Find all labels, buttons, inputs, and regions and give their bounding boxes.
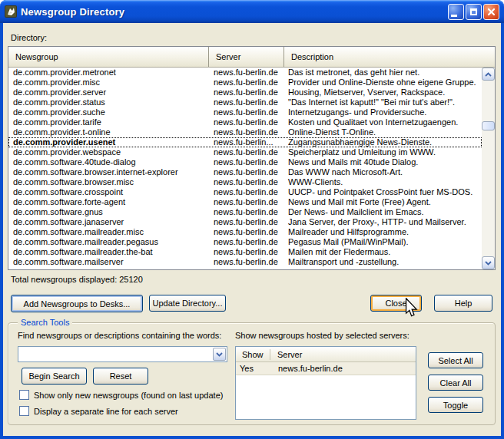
table-cell: news.fu-berlin.de — [209, 87, 284, 97]
clear-all-button[interactable]: Clear All — [428, 375, 483, 391]
server-list-header: Show Server — [236, 347, 416, 362]
table-cell: news.fu-berlin.de — [209, 147, 284, 157]
find-label: Find newsgroups or descriptions containi… — [18, 331, 221, 340]
close-button[interactable]: Close — [370, 295, 422, 312]
close-icon[interactable] — [483, 4, 499, 20]
combo-dropdown-icon[interactable] — [213, 348, 226, 361]
begin-search-button[interactable]: Begin Search — [22, 368, 87, 385]
table-row[interactable]: de.comm.software.forte-agentnews.fu-berl… — [8, 197, 482, 207]
table-row[interactable]: de.comm.software.janaservernews.fu-berli… — [8, 217, 482, 227]
reset-button[interactable]: Reset — [93, 368, 148, 385]
table-row[interactable]: de.comm.provider.servernews.fu-berlin.de… — [8, 87, 482, 97]
table-row[interactable]: de.comm.provider.miscnews.fu-berlin.dePr… — [8, 78, 482, 87]
table-cell: news.fu-berlin... — [209, 137, 284, 147]
table-row[interactable]: de.comm.software.mailservernews.fu-berli… — [8, 257, 482, 267]
table-cell: news.fu-berlin.de — [209, 197, 284, 207]
checkbox-box[interactable] — [19, 390, 29, 400]
table-row[interactable]: de.comm.software.40tude-dialognews.fu-be… — [8, 157, 482, 167]
table-cell: de.comm.software.mailreader.misc — [8, 227, 209, 237]
show-new-newsgroups-checkbox[interactable]: Show only new newsgroups (found on last … — [19, 390, 223, 400]
toggle-button[interactable]: Toggle — [428, 397, 483, 413]
table-cell: Zugangsunabhaengige News-Dienste. — [284, 137, 482, 147]
column-header-newsgroup[interactable]: Newsgroup — [8, 47, 209, 67]
table-cell: news.fu-berlin.de — [209, 207, 284, 217]
table-cell: UUCP- und Pointpaket CrossPoint fuer MS-… — [284, 187, 482, 197]
scroll-up-icon[interactable] — [482, 68, 495, 81]
table-cell: de.comm.software.janaserver — [8, 217, 209, 227]
table-cell: de.comm.provider.tarife — [8, 117, 209, 127]
table-cell: de.comm.provider.webspace — [8, 147, 209, 157]
table-cell: news.fu-berlin.de — [209, 187, 284, 197]
titlebar[interactable]: Newsgroup Directory — [0, 0, 504, 23]
table-cell: de.comm.software.40tude-dialog — [8, 157, 209, 167]
maximize-glyph — [470, 8, 477, 15]
scroll-down-icon[interactable] — [482, 256, 495, 269]
newsgroup-directory-window: Newsgroup Directory Directory: Newsgroup… — [0, 0, 504, 439]
table-cell: WWW-Clients. — [284, 177, 482, 187]
scrollbar-thumb[interactable] — [482, 121, 495, 130]
table-cell: news.fu-berlin.de — [209, 237, 284, 247]
table-row[interactable]: de.comm.provider.t-onlinenews.fu-berlin.… — [8, 127, 482, 137]
table-row[interactable]: de.comm.provider.webspacenews.fu-berlin.… — [8, 147, 482, 157]
table-cell: Das ist metronet, das geht hier net. — [284, 68, 482, 78]
table-cell: Jana Server, der Proxy-, HTTP- und Mails… — [284, 217, 482, 227]
table-cell: Online-Dienst T-Online. — [284, 127, 482, 137]
checkbox-box[interactable] — [19, 406, 29, 416]
table-cell: "Das Internet ist kaputt!" "Bei mir tut'… — [284, 97, 482, 107]
dialog-client-area: Directory: Newsgroup Server Description … — [3, 23, 501, 436]
table-cell: de.comm.software.crosspoint — [8, 187, 209, 197]
find-combobox[interactable] — [18, 346, 227, 362]
server-rows: Yesnews.fu-berlin.de — [236, 362, 416, 375]
table-cell: news.fu-berlin.de — [209, 167, 284, 177]
table-cell: de.comm.software.browser.misc — [8, 177, 209, 187]
select-all-button[interactable]: Select All — [428, 352, 483, 368]
close-x-glyph — [487, 8, 496, 16]
table-row[interactable]: de.comm.software.browser.internet-explor… — [8, 167, 482, 177]
separate-line-checkbox[interactable]: Display a separate line for each server — [19, 406, 178, 416]
table-cell: de.comm.software.mailreader.pegasus — [8, 237, 209, 247]
table-cell: Speicherplatz und Umleitung im WWW. — [284, 147, 482, 157]
server-cell: news.fu-berlin.de — [270, 362, 416, 375]
window-controls — [448, 3, 499, 20]
column-header-show[interactable]: Show — [236, 349, 270, 360]
column-header-server2[interactable]: Server — [270, 350, 416, 359]
table-row[interactable]: de.comm.software.browser.miscnews.fu-ber… — [8, 177, 482, 187]
table-row[interactable]: de.comm.provider.tarifenews.fu-berlin.de… — [8, 117, 482, 127]
newsgroup-table: Newsgroup Server Description de.comm.pro… — [8, 46, 496, 270]
table-row[interactable]: de.comm.software.crosspointnews.fu-berli… — [8, 187, 482, 197]
table-cell: news.fu-berlin.de — [209, 247, 284, 257]
column-header-server[interactable]: Server — [209, 47, 284, 67]
checkbox-label: Display a separate line for each server — [34, 407, 178, 416]
table-cell: de.comm.provider.metronet — [8, 68, 209, 78]
maximize-icon[interactable] — [466, 4, 482, 20]
find-input[interactable] — [18, 347, 212, 361]
table-cell: news.fu-berlin.de — [209, 107, 284, 117]
table-row[interactable]: de.comm.provider.statusnews.fu-berlin.de… — [8, 97, 482, 107]
search-tools-title: Search Tools — [18, 318, 72, 327]
vertical-scrollbar[interactable] — [482, 68, 495, 269]
table-cell: news.fu-berlin.de — [209, 257, 284, 267]
table-row[interactable]: de.comm.software.mailreader.miscnews.fu-… — [8, 227, 482, 237]
table-row[interactable]: de.comm.software.mailreader.pegasusnews.… — [8, 237, 482, 247]
server-row[interactable]: Yesnews.fu-berlin.de — [236, 362, 416, 375]
update-directory-button[interactable]: Update Directory... — [149, 295, 226, 312]
table-cell: de.comm.software.forte-agent — [8, 197, 209, 207]
table-cell: Kosten und Qualitaet von Internetzugaeng… — [284, 117, 482, 127]
table-cell: news.fu-berlin.de — [209, 127, 284, 137]
column-header-description[interactable]: Description — [284, 47, 495, 67]
minimize-icon[interactable] — [448, 4, 464, 20]
table-row[interactable]: de.comm.software.gnusnews.fu-berlin.deDe… — [8, 207, 482, 217]
table-cell: news.fu-berlin.de — [209, 68, 284, 78]
table-cell: news.fu-berlin.de — [209, 217, 284, 227]
table-row[interactable]: de.comm.software.mailreader.the-batnews.… — [8, 247, 482, 257]
table-row[interactable]: de.comm.provider.usenetnews.fu-berlin...… — [8, 137, 482, 147]
server-list: Show Server Yesnews.fu-berlin.de — [235, 346, 416, 420]
servers-label: Show newsgroups hosted by selected serve… — [235, 331, 410, 340]
table-cell: Housing, Mietserver, Vserver, Rackspace. — [284, 87, 482, 97]
table-row[interactable]: de.comm.provider.suchenews.fu-berlin.deI… — [8, 107, 482, 117]
table-row[interactable]: de.comm.provider.metronetnews.fu-berlin.… — [8, 68, 482, 78]
add-newsgroups-button[interactable]: Add Newsgroups to Desks... — [11, 295, 143, 312]
checkbox-label: Show only new newsgroups (found on last … — [34, 391, 223, 400]
table-cell: de.comm.provider.status — [8, 97, 209, 107]
help-button[interactable]: Help — [434, 295, 492, 312]
